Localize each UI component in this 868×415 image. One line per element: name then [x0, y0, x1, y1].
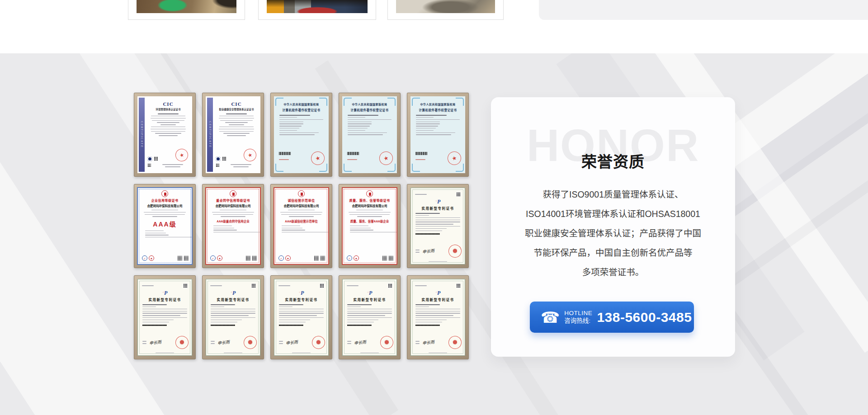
qr-code-icon	[216, 164, 219, 167]
certificate-credit-rating[interactable]: 企业信用等级证书 合肥珂玛环保科技有限公司 AAA级 ✓ ★	[134, 184, 196, 268]
certificate-paper: 质量、服务、信誉等级证书 合肥珂玛环保科技有限公司 质量、服务、信誉AAA级企业…	[342, 187, 397, 265]
red-seal-icon: ★	[174, 147, 189, 163]
qr-code-icon	[184, 256, 189, 261]
certificate-footer-line	[411, 353, 465, 353]
gallery-card[interactable]	[128, 0, 245, 20]
certificate-paper: ⁖P 实用新型专利证书 申长雨	[410, 188, 465, 264]
certificate-utility-patent[interactable]: ⁖P 实用新型专利证书 申长雨	[407, 275, 469, 359]
corner-ornament-icon	[456, 98, 464, 106]
gallery-card[interactable]	[258, 0, 376, 20]
certificate-paper: CERTIFICATE CIC 环境管理体系认证证书 ★	[137, 96, 192, 173]
qr-code-icon	[320, 283, 324, 288]
certificate-text-lines	[415, 304, 460, 322]
corner-ornament-icon	[456, 164, 464, 172]
certificate-title: 诚信经营示范单位	[274, 198, 328, 203]
patent-header	[415, 283, 461, 288]
certificate-credit-rating[interactable]: 重合同守信用等级证书 合肥珂玛环保科技有限公司 AAA级重合同守信用企业 ✓ ★	[202, 184, 264, 268]
content-panel-cropped	[539, 0, 868, 20]
barcode-icon	[347, 325, 372, 326]
section-title: 荣誉资质	[491, 150, 735, 172]
description-line: 节能环保产品，中国自主创新名优产品等	[505, 243, 722, 263]
certificate-paper: ⁖P 实用新型专利证书 申长雨	[206, 279, 260, 356]
certificate-software-copyright[interactable]: 中华人民共和国国家版权局 计算机软件著作权登记证书 ★	[407, 93, 469, 177]
rating-grade: AAA级	[138, 219, 192, 228]
signature-labels	[211, 340, 215, 345]
red-star-badge-icon: ★	[285, 255, 291, 261]
certificate-title: 企业信用等级证书	[138, 198, 192, 203]
certificate-footer-line	[138, 353, 192, 353]
qr-code-icon	[154, 157, 158, 161]
red-seal-icon	[311, 335, 326, 350]
hotline-label-zh: 咨询热线:	[564, 317, 592, 325]
qr-code-icon	[382, 256, 387, 261]
certificate-text-lines	[142, 210, 187, 217]
company-name: 合肥珂玛环保科技有限公司	[138, 203, 192, 208]
certificate-credit-rating[interactable]: 诚信经营示范单位 合肥珂玛环保科技有限公司 AAA级诚信经营示范单位 ✓ ★	[270, 184, 332, 268]
corner-ornament-icon	[412, 164, 420, 172]
qr-code-icon	[456, 192, 461, 197]
construction-photo-1[interactable]	[137, 0, 236, 13]
red-star-badge-icon: ★	[217, 255, 222, 261]
cnipa-logo-icon: ⁖P	[411, 288, 465, 297]
rating-grade: AAA级诚信经营示范单位	[274, 219, 328, 223]
certificate-paper: ⁖P 实用新型专利证书 申长雨	[274, 279, 329, 356]
patent-header	[278, 283, 324, 288]
description-line: ISO14001环境管理体系认证和OHSAS18001	[505, 204, 722, 224]
certificate-footer-line	[343, 353, 396, 353]
honor-description: 获得了ISO9001质量管理体系认证、ISO14001环境管理体系认证和OHSA…	[505, 185, 722, 282]
certificate-software-copyright[interactable]: 中华人民共和国国家版权局 计算机软件著作权登记证书 ★	[270, 93, 332, 177]
certificate-utility-patent[interactable]: ⁖P 实用新型专利证书 申长雨	[202, 275, 264, 359]
cnipa-logo-icon: ⁖P	[343, 288, 396, 297]
barcode-icon	[415, 233, 440, 235]
certificate-title: 实用新型专利证书	[411, 206, 465, 211]
signature-row: 申长雨	[279, 336, 325, 349]
certificate-credit-rating[interactable]: 质量、服务、信誉等级证书 合肥珂玛环保科技有限公司 质量、服务、信誉AAA级企业…	[339, 184, 401, 268]
rating-grade: 质量、服务、信誉AAA级企业	[343, 219, 396, 223]
certificate-utility-patent[interactable]: ⁖P 实用新型专利证书 申长雨	[339, 275, 401, 359]
certificate-cic[interactable]: CERTIFICATE CIC 职业健康安全管理体系认证证书 ★	[202, 93, 264, 177]
certificate-text-lines	[142, 304, 187, 322]
signature-labels	[415, 340, 420, 345]
qr-code-icon	[320, 256, 325, 261]
cnipa-logo-icon: ⁖P	[274, 288, 328, 297]
blue-badge-icon: ✓	[142, 255, 147, 261]
certificate-badges: ✓ ★	[278, 255, 325, 261]
certificate-utility-patent[interactable]: ⁖P 实用新型专利证书 申长雨	[134, 275, 196, 359]
certificate-software-copyright[interactable]: 中华人民共和国国家版权局 计算机软件著作权登记证书 ★	[339, 93, 401, 177]
barcode-icon	[415, 325, 440, 326]
signature-row: 申长雨	[211, 336, 257, 349]
certificate-text-lines	[279, 210, 324, 217]
certificate-utility-patent[interactable]: ⁖P 实用新型专利证书 申长雨	[407, 184, 469, 268]
red-seal-icon	[243, 335, 258, 350]
gallery-card[interactable]	[387, 0, 504, 20]
certificate-title: 重合同守信用等级证书	[206, 198, 260, 203]
side-band-label: CERTIFICATE	[209, 121, 212, 148]
certificate-content: CIC 环境管理体系认证证书 ★	[146, 98, 190, 171]
construction-photo-2[interactable]	[267, 0, 368, 13]
cic-badge-icon	[147, 156, 152, 161]
red-emblem-icon	[161, 190, 168, 197]
hotline-button[interactable]: ☎ HOTLINE 咨询热线: 138-5600-3485	[530, 302, 694, 333]
certificate-footer-line	[274, 353, 328, 353]
certificate-title: 环境管理体系认证证书	[146, 108, 190, 111]
commissioner-signature: 申长雨	[217, 339, 230, 346]
cic-logo: CIC	[146, 101, 190, 107]
certificate-title: 实用新型专利证书	[274, 297, 328, 302]
cic-badges	[147, 156, 158, 161]
signature-row: 申长雨	[415, 245, 462, 258]
commissioner-signature: 申长雨	[354, 339, 366, 346]
signature-row: 申长雨	[347, 336, 393, 349]
certificate-paper: CERTIFICATE CIC 职业健康安全管理体系认证证书 ★	[206, 96, 260, 173]
certificate-footer-line	[206, 353, 260, 353]
red-emblem-icon	[230, 190, 236, 197]
certificate-badges: ✓ ★	[142, 255, 189, 261]
side-band-label: CERTIFICATE	[141, 121, 143, 148]
construction-photo-3[interactable]	[396, 0, 495, 13]
corner-ornament-icon	[412, 98, 420, 106]
qr-code-icon	[183, 283, 188, 288]
hotline-number: 138-5600-3485	[597, 310, 692, 325]
red-seal-icon	[379, 335, 394, 350]
certificate-title: 计算机软件著作权登记证书	[342, 108, 397, 112]
certificate-cic[interactable]: CERTIFICATE CIC 环境管理体系认证证书 ★	[134, 93, 196, 177]
certificate-utility-patent[interactable]: ⁖P 实用新型专利证书 申长雨	[270, 275, 332, 359]
